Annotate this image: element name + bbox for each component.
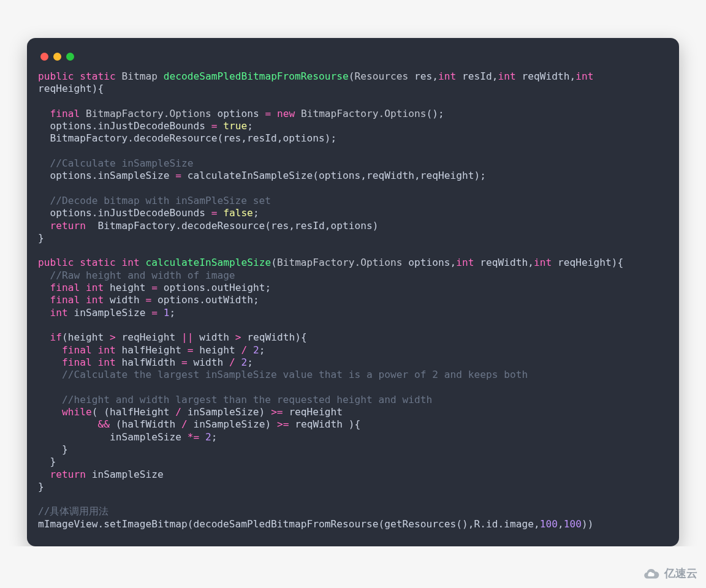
tok-id: reqHeight){	[558, 257, 623, 268]
tok-op: &&	[97, 418, 110, 430]
tok-id: width	[199, 331, 229, 343]
tok-id: calculateInSampleSize(options,reqWidth,r…	[188, 170, 486, 181]
tok-kw: int	[97, 344, 115, 356]
tok-ty: BitmapFactory.Options	[301, 108, 427, 119]
tok-op: =	[211, 207, 218, 219]
tok-id: mImageView.setImageBitmap(decodeSamPledB…	[38, 518, 540, 530]
tok-ty: BitmapFactory.Options	[277, 257, 403, 268]
tok-kw: int	[121, 257, 139, 268]
tok-id: reqHeight	[121, 331, 175, 343]
tok-id: options	[408, 257, 450, 268]
tok-op: /	[229, 356, 235, 368]
tok-id: ();	[427, 108, 444, 119]
close-icon[interactable]	[40, 53, 48, 61]
tok-op: >	[235, 331, 241, 343]
tok-fn: decodeSamPledBitmapFromResourse	[164, 70, 349, 82]
tok-id: ;	[169, 307, 175, 318]
tok-id: ,	[432, 70, 438, 82]
tok-id: options.outWidth;	[158, 294, 259, 306]
tok-id: (	[349, 70, 355, 82]
tok-id: height	[110, 282, 145, 293]
tok-cm: //具体调用用法	[38, 505, 109, 517]
tok-op: *=	[188, 431, 200, 443]
tok-kw: final	[50, 108, 80, 119]
tok-id: width	[193, 356, 223, 368]
tok-id: }	[62, 443, 68, 455]
tok-id: ,	[492, 70, 498, 82]
tok-kw: int	[97, 356, 115, 368]
tok-id: ,	[570, 70, 576, 82]
tok-kw: public	[38, 257, 74, 268]
tok-kw: int	[438, 70, 456, 82]
window-controls	[40, 53, 668, 61]
tok-id: inSampleSize)	[188, 406, 265, 418]
tok-id: options	[217, 108, 259, 119]
tok-id: options.inSampleSize	[50, 170, 170, 181]
tok-id: }	[38, 481, 44, 492]
tok-kw: int	[534, 257, 552, 268]
tok-id: options.outHeight;	[164, 282, 271, 293]
tok-op: =	[151, 307, 158, 318]
tok-kw: int	[575, 70, 593, 82]
tok-kw: return	[50, 220, 86, 232]
tok-kw: final	[50, 282, 80, 293]
tok-id: resId	[462, 70, 492, 82]
tok-id: (halfWidth	[116, 418, 175, 430]
tok-kw: int	[456, 257, 474, 268]
tok-kw: final	[50, 294, 80, 306]
tok-id: inSampleSize	[74, 307, 146, 318]
tok-op: >	[110, 331, 116, 343]
tok-kw: new	[277, 108, 295, 119]
tok-id: reqWidth	[522, 70, 570, 82]
tok-op: >=	[277, 418, 289, 430]
tok-id: options.inJustDecodeBounds	[50, 207, 205, 219]
tok-id: ,	[528, 257, 534, 268]
tok-id: height	[199, 344, 235, 356]
tok-id: reqHeight){	[38, 83, 104, 94]
tok-ty: Resources	[355, 70, 409, 82]
tok-id: width	[110, 294, 140, 306]
tok-op: =	[181, 356, 188, 368]
tok-op: =	[211, 120, 218, 132]
tok-lit: true	[223, 120, 247, 132]
tok-id: reqWidth ){	[295, 418, 360, 430]
tok-kw: int	[50, 307, 68, 318]
tok-op: =	[188, 344, 194, 356]
tok-lit: false	[223, 207, 253, 219]
tok-num: 2	[205, 431, 211, 443]
code-window: public static Bitmap decodeSamPledBitmap…	[27, 38, 679, 546]
tok-id: inSampleSize	[92, 469, 164, 480]
tok-id: options.inJustDecodeBounds	[50, 120, 205, 132]
tok-id: }	[50, 456, 56, 467]
tok-num: 1	[164, 307, 170, 318]
tok-kw: final	[62, 356, 92, 368]
tok-cm: //Decode bitmap with inSamPleSize set	[50, 195, 271, 206]
tok-id: halfHeight	[121, 344, 181, 356]
tok-id: (	[271, 257, 277, 268]
tok-cm: //Calculate the largest inSampleSize val…	[62, 369, 528, 380]
tok-num: 2	[241, 356, 247, 368]
tok-kw: if	[50, 331, 63, 343]
tok-kw: final	[62, 344, 92, 356]
tok-op: =	[145, 294, 151, 306]
tok-ty: Bitmap	[121, 70, 157, 82]
tok-id: ;	[253, 207, 259, 219]
tok-id: reqWidth	[480, 257, 528, 268]
tok-op: >=	[271, 406, 283, 418]
tok-cm: //Calculate inSampleSize	[50, 157, 194, 169]
maximize-icon[interactable]	[66, 53, 74, 61]
tok-num: 100	[540, 518, 558, 530]
code-block: public static Bitmap decodeSamPledBitmap…	[38, 70, 668, 530]
tok-id: res	[414, 70, 432, 82]
tok-kw: int	[498, 70, 516, 82]
tok-id: ;	[247, 356, 253, 368]
tok-id: inSampleSize)	[193, 418, 271, 430]
tok-kw: while	[62, 406, 92, 418]
tok-kw: return	[50, 469, 86, 480]
tok-id: BitmapFactory.decodeResource(res,resId,o…	[97, 220, 378, 232]
tok-kw: static	[80, 70, 115, 82]
tok-op: /	[175, 406, 181, 418]
tok-kw: int	[86, 282, 104, 293]
tok-id: ;	[211, 431, 218, 443]
minimize-icon[interactable]	[53, 53, 61, 61]
